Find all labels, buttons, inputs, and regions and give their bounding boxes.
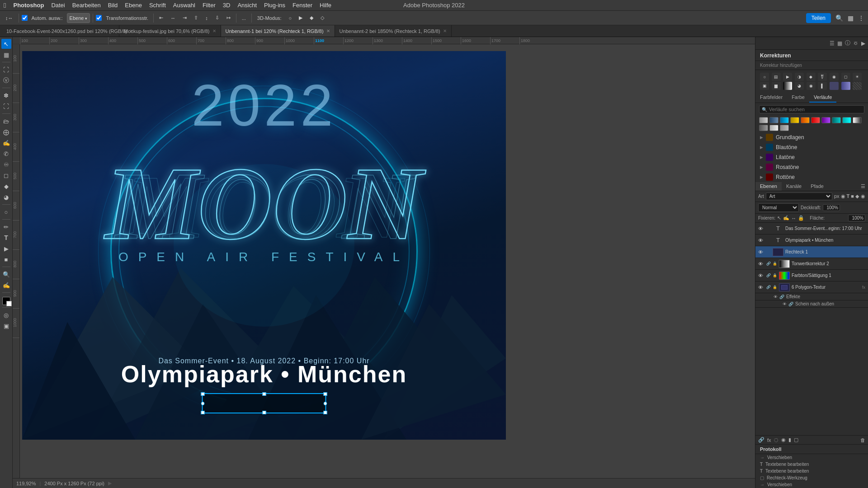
filter-icon-px[interactable]: px: [834, 193, 840, 199]
tab-1-close[interactable]: ✕: [130, 28, 133, 33]
history-brush-tool[interactable]: ♾: [1, 160, 11, 169]
dodge-tool[interactable]: ○: [1, 207, 11, 217]
fix-icon-draw[interactable]: ✍: [783, 215, 789, 221]
grad-swatch-9[interactable]: [842, 117, 851, 123]
gradient-tool[interactable]: ◆: [1, 181, 11, 191]
menu-ansicht[interactable]: Ansicht: [237, 2, 257, 9]
fix-icon-all[interactable]: 🔒: [798, 215, 804, 221]
menu-datei[interactable]: Datei: [51, 2, 65, 9]
korr-icon-channel[interactable]: ▣: [760, 82, 769, 90]
layer-item-rechteck1[interactable]: 👁 Rechteck 1: [755, 246, 868, 258]
menu-plugins[interactable]: Plug-ins: [264, 2, 285, 9]
heal-tool[interactable]: ⨁: [1, 127, 11, 137]
menu-auswahl[interactable]: Auswahl: [173, 2, 195, 9]
layer-item-sommer-event[interactable]: 👁 T Das Sommer-Event...eginn: 17:00 Uhr: [755, 223, 868, 235]
tab-1[interactable]: 10-Facebook-Event-2400x1260.psd bei 120%…: [2, 25, 119, 37]
layer-eye-3[interactable]: 👁: [758, 249, 764, 255]
menu-filter[interactable]: Filter: [203, 2, 216, 9]
eraser-tool[interactable]: ◻: [1, 170, 11, 180]
menu-3d[interactable]: 3D: [223, 2, 231, 9]
lasso-tool[interactable]: ⓥ: [1, 75, 11, 85]
protokoll-item-2[interactable]: T Textebene bearbeiten: [755, 461, 868, 468]
pen-tool[interactable]: ✏: [1, 222, 11, 232]
3d-btn-4[interactable]: ◇: [318, 13, 327, 23]
more-options-icon[interactable]: ⋮: [858, 14, 864, 22]
canvas[interactable]: 2022: [22, 51, 506, 440]
eyedropper-tool[interactable]: 🗁: [1, 116, 11, 126]
protokoll-item-5[interactable]: → Verschieben: [755, 481, 868, 488]
wand-tool[interactable]: ✽: [1, 90, 11, 100]
layer-group-btn[interactable]: ▮: [788, 437, 791, 443]
tab-3-close[interactable]: ✕: [326, 28, 330, 33]
align-bottom-btn[interactable]: ⇩: [212, 13, 222, 23]
menu-hilfe[interactable]: Hilfe: [320, 2, 331, 9]
flaeche-input[interactable]: [848, 215, 865, 221]
korr-icon-brightness[interactable]: ☼: [760, 73, 769, 81]
layer-item-polygon[interactable]: 👁 🔗 🔒 6 Polygon-Textur fx: [755, 282, 868, 293]
grad-swatch-10[interactable]: [853, 117, 862, 123]
align-top-btn[interactable]: ⇧: [191, 13, 201, 23]
menu-schrift[interactable]: Schrift: [149, 2, 166, 9]
tab-2[interactable]: Mockup-festival.jpg bei 70,6% (RGB/8) ✕: [119, 25, 221, 37]
path-select-tool[interactable]: ▶: [1, 244, 11, 253]
artboard-tool[interactable]: ▦: [1, 50, 11, 60]
grad-swatch-1[interactable]: [759, 117, 768, 123]
teilen-button[interactable]: Teilen: [806, 13, 831, 23]
gradient-group-lila[interactable]: ▶ Lilatöne: [755, 152, 868, 162]
align-center-btn[interactable]: ↔: [168, 13, 178, 23]
move-tool-btn[interactable]: ↕↔: [3, 13, 16, 23]
layer-style-btn[interactable]: fx: [767, 437, 771, 443]
protokoll-item-3[interactable]: T Textebene bearbeiten: [755, 468, 868, 474]
layer-mask-btn[interactable]: ◌: [774, 437, 778, 443]
3d-btn-3[interactable]: ◆: [307, 13, 316, 23]
move-tool[interactable]: ↖: [1, 39, 11, 49]
transform-checkbox[interactable]: [96, 15, 102, 21]
layer-item-olympiapark[interactable]: 👁 T Olympiapark • München: [755, 235, 868, 246]
shape-tool[interactable]: ■: [1, 254, 11, 264]
verlaufe-search-input[interactable]: [769, 107, 862, 112]
layer-item-farbton[interactable]: 👁 🔗 🔒 Farbton/Sättigung 1: [755, 270, 868, 282]
menu-fenster[interactable]: Fenster: [292, 2, 312, 9]
layer-item-tonwert[interactable]: 👁 🔗 🔒 Tonwertkorrektur 2: [755, 258, 868, 270]
panel-icon-history[interactable]: ⛭: [853, 40, 859, 47]
align-vcenter-btn[interactable]: ↕: [203, 13, 211, 23]
layer-new-btn[interactable]: ▢: [794, 437, 798, 443]
blend-mode-dropdown[interactable]: Normal Auflösen Abdunkeln Multiplizieren: [758, 203, 799, 212]
filter-icon-text[interactable]: T: [847, 193, 850, 199]
tab-2-close[interactable]: ✕: [212, 28, 216, 33]
korr-icon-colorbalance[interactable]: ◉: [830, 73, 839, 81]
effects-eye[interactable]: 👁: [774, 295, 778, 299]
korr-icon-solid-color[interactable]: [830, 82, 839, 90]
foreground-color[interactable]: [2, 297, 10, 305]
filter-icon-shape[interactable]: ■: [851, 193, 854, 199]
fix-icon-pos[interactable]: ↖: [777, 215, 781, 221]
menu-bild[interactable]: Bild: [108, 2, 118, 9]
align-right-btn[interactable]: ⇥: [180, 13, 189, 23]
panel-icon-info[interactable]: ⓘ: [845, 39, 850, 47]
panel-icon-actions[interactable]: ▶: [861, 40, 865, 47]
schein-eye[interactable]: 👁: [783, 302, 787, 306]
gradient-group-blau[interactable]: ▶ Blautöne: [755, 142, 868, 152]
align-left-btn[interactable]: ⇤: [156, 13, 166, 23]
gradient-group-rot[interactable]: ▶ Rottöne: [755, 172, 868, 182]
marquee-tool[interactable]: ⛶: [1, 65, 11, 75]
grad-swatch-5[interactable]: [801, 117, 810, 123]
autom-ausw-checkbox[interactable]: [22, 15, 28, 21]
layer-eye-6[interactable]: 👁: [758, 285, 764, 290]
grad-swatch-11[interactable]: [759, 125, 768, 131]
korr-icon-vibrance[interactable]: ◆: [807, 73, 816, 81]
korr-icon-gradient-fill[interactable]: [841, 82, 850, 90]
korr-icon-bw[interactable]: ◻: [841, 73, 850, 81]
filter-dropdown[interactable]: Art Name Effekt: [766, 192, 832, 200]
text-tool[interactable]: T: [1, 233, 11, 243]
protokoll-item-4[interactable]: ▢ Rechteck-Werkzeug: [755, 474, 868, 481]
zoom-tool[interactable]: 🔍: [1, 269, 11, 279]
protokoll-item-1[interactable]: → Verschieben: [755, 454, 868, 461]
layer-link-btn[interactable]: 🔗: [758, 437, 764, 443]
layer-eye-4[interactable]: 👁: [758, 261, 764, 267]
tab-4-close[interactable]: ✕: [443, 28, 447, 33]
tab-verlaufe[interactable]: Verläufe: [809, 93, 836, 103]
apple-menu[interactable]: : [4, 1, 6, 9]
more-btn[interactable]: ...: [239, 13, 249, 23]
korr-icon-selective[interactable]: ◕: [795, 82, 804, 90]
